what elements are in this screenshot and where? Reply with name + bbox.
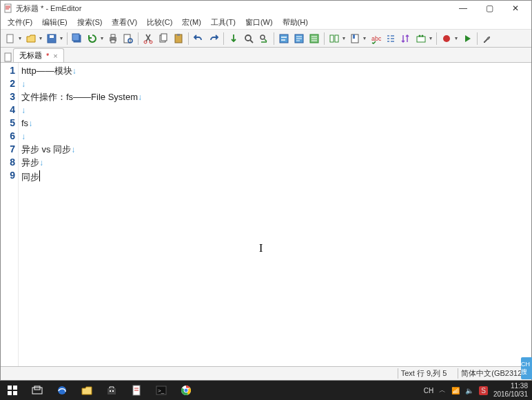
open-dropdown-icon[interactable]: ▾ xyxy=(38,35,43,41)
line-number[interactable]: 3 xyxy=(1,90,18,103)
explorer-icon[interactable] xyxy=(74,381,99,400)
plugins-dropdown-icon[interactable]: ▾ xyxy=(428,35,433,41)
record-macro-icon[interactable] xyxy=(440,32,453,46)
cut-icon[interactable] xyxy=(141,32,155,46)
svg-rect-19 xyxy=(280,34,288,43)
wrap-page-icon[interactable] xyxy=(307,32,321,46)
menu-window[interactable]: 窗口(W) xyxy=(241,16,277,29)
tab-close-icon[interactable]: × xyxy=(53,52,57,60)
svg-point-17 xyxy=(245,35,251,41)
svg-point-18 xyxy=(260,35,265,39)
compare-icon[interactable] xyxy=(327,32,341,46)
code-line: ↓ xyxy=(21,77,529,90)
maximize-button[interactable]: ▢ xyxy=(476,1,502,15)
tab-doc-icon xyxy=(3,52,13,62)
new-file-icon[interactable] xyxy=(3,32,17,46)
svg-point-29 xyxy=(422,34,424,37)
svg-rect-16 xyxy=(177,34,180,36)
line-number[interactable]: 6 xyxy=(1,130,18,143)
undo-icon[interactable] xyxy=(192,32,205,46)
chrome-icon[interactable] xyxy=(174,381,198,400)
outline-icon[interactable] xyxy=(384,32,398,46)
reload-icon[interactable] xyxy=(85,32,99,46)
status-position[interactable]: Text 行 9,列 5 xyxy=(398,368,450,379)
redo-icon[interactable] xyxy=(207,32,221,46)
svg-rect-34 xyxy=(8,391,12,395)
menu-compare[interactable]: 比较(C) xyxy=(143,16,176,29)
jump-icon[interactable] xyxy=(227,32,241,46)
emeditor-taskbar-icon[interactable] xyxy=(124,381,149,400)
tray-ime-icon[interactable]: CH xyxy=(424,387,433,394)
svg-rect-22 xyxy=(330,35,334,42)
save-all-icon[interactable] xyxy=(70,32,84,46)
svg-point-12 xyxy=(150,41,152,43)
separator xyxy=(67,32,68,45)
replace-icon[interactable] xyxy=(257,32,271,46)
separator xyxy=(223,32,224,45)
spell-icon[interactable]: abc xyxy=(369,32,382,46)
sort-icon[interactable] xyxy=(399,32,413,46)
svg-rect-1 xyxy=(7,34,13,43)
svg-rect-39 xyxy=(108,388,116,394)
open-file-icon[interactable] xyxy=(24,32,38,46)
reload-dropdown-icon[interactable]: ▾ xyxy=(99,35,105,41)
line-number[interactable]: 7 xyxy=(1,143,18,156)
line-number[interactable]: 5 xyxy=(1,117,18,130)
run-macro-icon[interactable] xyxy=(460,32,474,46)
menubar: 文件(F) 编辑(E) 搜索(S) 查看(V) 比较(C) 宏(M) 工具(T)… xyxy=(1,16,531,30)
statusbar: Text 行 9,列 5 简体中文(GB2312) xyxy=(1,366,531,380)
menu-view[interactable]: 查看(V) xyxy=(108,16,141,29)
status-encoding[interactable]: 简体中文(GB2312) xyxy=(458,368,527,379)
tools-icon[interactable] xyxy=(480,32,494,46)
tray-clock[interactable]: 11:38 2016/10/31 xyxy=(493,382,528,399)
menu-help[interactable]: 帮助(H) xyxy=(278,16,312,29)
line-number[interactable]: 8 xyxy=(1,156,18,169)
menu-edit[interactable]: 编辑(E) xyxy=(38,16,72,29)
print-icon[interactable] xyxy=(106,32,120,46)
print-preview-icon[interactable] xyxy=(121,32,135,46)
tray-up-icon[interactable]: ︿ xyxy=(439,386,446,395)
editor-content[interactable]: http——模块↓ ↓ 文件操作：fs——File System↓ ↓ fs↓ … xyxy=(19,63,531,366)
new-dropdown-icon[interactable]: ▾ xyxy=(17,35,23,41)
copy-icon[interactable] xyxy=(156,32,170,46)
edge-icon[interactable] xyxy=(50,381,74,400)
separator xyxy=(436,32,437,45)
minimize-button[interactable]: — xyxy=(450,1,476,15)
line-number[interactable]: 2 xyxy=(1,77,18,90)
bookmark-icon[interactable] xyxy=(348,32,362,46)
bookmark-dropdown-icon[interactable]: ▾ xyxy=(362,35,367,41)
save-icon[interactable] xyxy=(45,32,59,46)
menu-tools[interactable]: 工具(T) xyxy=(207,16,240,29)
code-line: http——模块↓ xyxy=(21,64,529,77)
close-button[interactable]: ✕ xyxy=(502,1,529,15)
paste-icon[interactable] xyxy=(172,32,185,46)
svg-rect-0 xyxy=(5,4,11,12)
menu-file[interactable]: 文件(F) xyxy=(3,16,37,29)
svg-point-47 xyxy=(184,388,188,392)
ime-side-badge[interactable]: CH 搜 xyxy=(521,357,532,379)
menu-macro[interactable]: 宏(M) xyxy=(178,16,205,29)
cmd-icon[interactable]: >_ xyxy=(149,381,174,400)
tray-sound-icon[interactable]: 🔈 xyxy=(465,387,473,394)
line-number[interactable]: 9 xyxy=(1,169,18,182)
document-tab[interactable]: 无标题 * × xyxy=(13,48,64,62)
find-icon[interactable] xyxy=(242,32,256,46)
tray-input-icon[interactable]: S xyxy=(479,386,488,395)
start-button[interactable] xyxy=(0,381,25,400)
save-dropdown-icon[interactable]: ▾ xyxy=(59,35,64,41)
record-dropdown-icon[interactable]: ▾ xyxy=(453,35,459,41)
menu-search[interactable]: 搜索(S) xyxy=(73,16,107,29)
wrap-icon[interactable] xyxy=(277,32,291,46)
plugins-icon[interactable] xyxy=(414,32,428,46)
compare-dropdown-icon[interactable]: ▾ xyxy=(341,35,347,41)
task-view-icon[interactable] xyxy=(25,381,50,400)
gutter: 1 2 3 4 5 6 7 8 9 xyxy=(1,63,19,366)
code-line: 异步↓ xyxy=(21,156,529,169)
line-number[interactable]: 4 xyxy=(1,103,18,117)
store-icon[interactable] xyxy=(99,381,124,400)
eol-icon: ↓ xyxy=(21,132,25,141)
line-number[interactable]: 1 xyxy=(1,64,18,77)
svg-rect-33 xyxy=(13,386,17,390)
tray-wifi-icon[interactable]: 📶 xyxy=(451,387,460,394)
wrap-window-icon[interactable] xyxy=(292,32,306,46)
